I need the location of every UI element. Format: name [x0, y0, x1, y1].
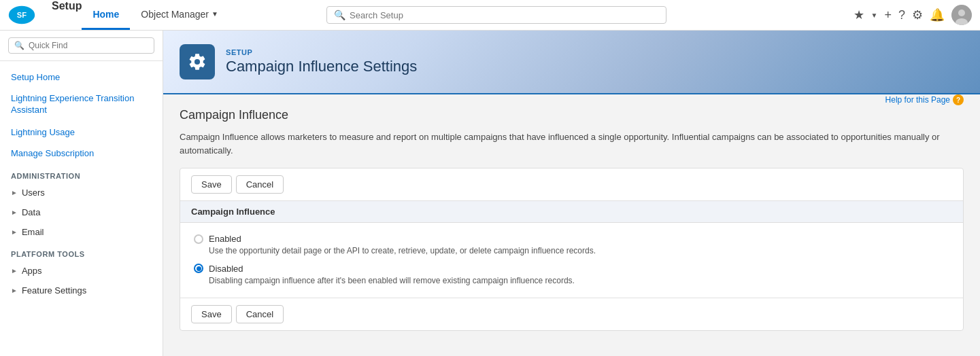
sidebar-item-users[interactable]: ► Users: [0, 183, 163, 202]
radio-enabled-label: Enabled: [209, 234, 241, 244]
salesforce-logo[interactable]: SF: [8, 5, 35, 24]
setup-label: SETUP: [226, 48, 417, 56]
svg-point-3: [958, 10, 965, 16]
avatar[interactable]: [951, 5, 972, 25]
section-label-administration: ADMINISTRATION: [0, 164, 163, 183]
content-area: SETUP Campaign Influence Settings Campai…: [163, 31, 980, 356]
search-icon: 🔍: [334, 10, 345, 20]
form-section-header: Campaign Influence: [180, 201, 963, 223]
sidebar-item-email-label: Email: [22, 227, 44, 237]
cancel-button-bottom[interactable]: Cancel: [236, 305, 284, 323]
chevron-right-icon: ►: [11, 287, 18, 294]
sidebar-item-data-label: Data: [22, 207, 40, 217]
sidebar-search-container: 🔍: [0, 31, 163, 61]
sidebar-item-manage-subscription[interactable]: Manage Subscription: [0, 143, 163, 164]
sidebar-item-feature-settings-label: Feature Settings: [22, 285, 86, 296]
form-actions-top: Save Cancel: [180, 168, 963, 201]
sidebar-item-apps-label: Apps: [22, 266, 42, 276]
section-label-platform-tools: PLATFORM TOOLS: [0, 242, 163, 261]
bell-icon[interactable]: 🔔: [930, 7, 945, 22]
sidebar-item-apps[interactable]: ► Apps: [0, 261, 163, 281]
radio-group-campaign-influence: Enabled Use the opportunity detail page …: [194, 234, 949, 287]
radio-label-row-enabled[interactable]: Enabled: [194, 234, 949, 244]
main-layout: 🔍 Setup Home Lightning Experience Transi…: [0, 31, 980, 356]
tab-home[interactable]: Home: [82, 0, 130, 30]
search-input[interactable]: [350, 10, 659, 20]
sidebar-item-users-label: Users: [22, 188, 45, 198]
top-navigation: SF Setup Home Object Manager ▼ 🔍 ★ ▼ + ?…: [0, 0, 980, 31]
plus-icon[interactable]: +: [884, 8, 892, 22]
page-header-text: SETUP Campaign Influence Settings: [226, 48, 417, 75]
radio-disabled-description: Disabling campaign influence after it's …: [209, 275, 949, 287]
form-actions-bottom: Save Cancel: [180, 298, 963, 330]
setup-title: Setup: [52, 0, 82, 30]
tab-object-manager[interactable]: Object Manager ▼: [130, 0, 229, 30]
section-description: Campaign Influence allows marketers to m…: [180, 130, 964, 157]
global-search-bar[interactable]: 🔍: [326, 6, 666, 24]
sidebar-item-lightning-usage[interactable]: Lightning Usage: [0, 122, 163, 143]
chevron-right-icon: ►: [11, 209, 18, 216]
help-link[interactable]: Help for this Page: [885, 95, 950, 105]
form-section-body: Enabled Use the opportunity detail page …: [180, 223, 963, 298]
sidebar-item-data[interactable]: ► Data: [0, 202, 163, 222]
top-nav-icons: ★ ▼ + ? ⚙ 🔔: [854, 5, 972, 25]
quick-find-input[interactable]: [29, 41, 148, 50]
sidebar-item-email[interactable]: ► Email: [0, 222, 163, 242]
bookmark-dropdown-icon[interactable]: ▼: [871, 12, 878, 19]
sidebar-nav: Setup Home Lightning Experience Transiti…: [0, 61, 163, 306]
gear-icon[interactable]: ⚙: [912, 7, 923, 22]
cancel-button-top[interactable]: Cancel: [236, 175, 284, 194]
help-link-row: Help for this Page ?: [885, 94, 964, 105]
radio-disabled[interactable]: [194, 264, 203, 273]
sidebar-item-lightning-transition[interactable]: Lightning Experience Transition Assistan…: [0, 88, 163, 122]
sidebar-item-feature-settings[interactable]: ► Feature Settings: [0, 281, 163, 300]
sidebar-item-setup-home[interactable]: Setup Home: [0, 67, 163, 88]
save-button-bottom[interactable]: Save: [191, 305, 232, 323]
page-title: Campaign Influence Settings: [226, 58, 417, 75]
chevron-right-icon: ►: [11, 228, 18, 236]
main-content-area: Campaign Influence Help for this Page ? …: [163, 94, 980, 344]
svg-text:SF: SF: [17, 11, 27, 19]
sidebar-search-bar[interactable]: 🔍: [8, 37, 154, 54]
chevron-right-icon: ►: [11, 189, 18, 196]
bookmark-icon[interactable]: ★: [854, 7, 864, 22]
form-container: Save Cancel Campaign Influence Enabled: [180, 168, 964, 331]
chevron-down-icon: ▼: [212, 10, 218, 18]
gear-settings-icon: [188, 52, 207, 71]
chevron-right-icon: ►: [11, 267, 18, 274]
main-nav-tabs: Setup Home Object Manager ▼: [49, 0, 229, 30]
help-icon[interactable]: ?: [953, 94, 964, 105]
radio-disabled-label: Disabled: [209, 264, 243, 274]
page-header: SETUP Campaign Influence Settings: [163, 31, 980, 94]
radio-enabled[interactable]: [194, 234, 203, 244]
question-icon[interactable]: ?: [898, 8, 905, 22]
page-header-icon: [180, 44, 215, 79]
tab-object-manager-label: Object Manager: [141, 9, 209, 20]
radio-option-enabled: Enabled Use the opportunity detail page …: [194, 234, 949, 257]
radio-option-disabled: Disabled Disabling campaign influence af…: [194, 264, 949, 287]
sidebar-search-icon: 🔍: [14, 41, 24, 50]
save-button-top[interactable]: Save: [191, 175, 232, 194]
radio-label-row-disabled[interactable]: Disabled: [194, 264, 949, 274]
sidebar: 🔍 Setup Home Lightning Experience Transi…: [0, 31, 163, 356]
section-title: Campaign Influence: [180, 108, 288, 122]
radio-enabled-description: Use the opportunity detail page or the A…: [209, 245, 949, 257]
